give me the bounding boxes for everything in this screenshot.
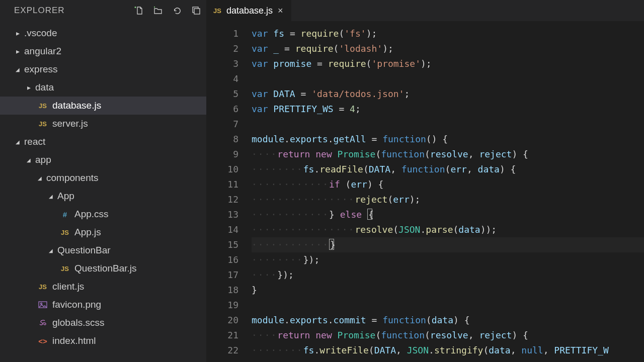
folder-react[interactable]: ◢react: [0, 133, 206, 151]
chevron-right-icon: ▸: [14, 47, 21, 55]
file-label: globals.scss: [52, 317, 105, 328]
explorer-title: EXPLORER: [14, 6, 134, 16]
folder-label: data: [35, 82, 54, 93]
file-App.js[interactable]: JSApp.js: [0, 223, 206, 241]
folder-QuestionBar[interactable]: ◢QuestionBar: [0, 241, 206, 259]
file-label: database.js: [52, 100, 101, 111]
image-icon: [36, 301, 49, 308]
folder-app[interactable]: ◢app: [0, 151, 206, 169]
explorer-sidebar: EXPLORER: [0, 0, 206, 362]
file-label: favicon.png: [52, 299, 101, 310]
file-index.html[interactable]: <>index.html: [0, 332, 206, 350]
folder-label: .vscode: [24, 28, 57, 39]
tab-bar: JS database.js ×: [206, 0, 644, 21]
explorer-header: EXPLORER: [0, 0, 206, 21]
folder-label: react: [24, 136, 45, 147]
file-client.js[interactable]: JSclient.js: [0, 278, 206, 296]
js-icon: JS: [36, 283, 49, 291]
svg-point-3: [41, 303, 42, 305]
chevron-down-icon: ◢: [14, 67, 21, 72]
folder-label: angular2: [24, 46, 61, 57]
chevron-down-icon: ◢: [14, 139, 21, 145]
refresh-icon[interactable]: [172, 6, 182, 16]
folder-data[interactable]: ▸data: [0, 78, 206, 97]
chevron-right-icon: ▸: [14, 29, 21, 37]
chevron-down-icon: ◢: [47, 248, 54, 253]
folder-label: components: [46, 172, 99, 184]
file-tree: ▸.vscode▸angular2◢express▸dataJSdatabase…: [0, 21, 206, 350]
new-folder-icon[interactable]: [153, 6, 163, 16]
file-label: client.js: [52, 281, 84, 292]
js-icon: JS: [36, 102, 49, 110]
code-content[interactable]: var fs = require('fs');var _ = require('…: [252, 26, 644, 362]
folder-.vscode[interactable]: ▸.vscode: [0, 24, 206, 42]
js-icon: JS: [36, 120, 49, 128]
file-label: QuestionBar.js: [74, 263, 137, 274]
explorer-actions: [134, 6, 201, 16]
new-file-icon[interactable]: [134, 6, 144, 16]
folder-App[interactable]: ◢App: [0, 187, 206, 205]
file-database.js[interactable]: JSdatabase.js: [0, 97, 206, 115]
js-icon: JS: [58, 265, 71, 273]
folder-label: app: [35, 154, 51, 165]
file-globals.scss[interactable]: globals.scss: [0, 314, 206, 332]
folder-components[interactable]: ◢components: [0, 169, 206, 187]
svg-rect-1: [194, 9, 200, 14]
folder-label: QuestionBar: [57, 245, 111, 256]
file-label: App.css: [74, 209, 109, 220]
chevron-down-icon: ◢: [25, 157, 32, 163]
file-server.js[interactable]: JSserver.js: [0, 115, 206, 133]
scss-icon: [36, 318, 49, 327]
editor: JS database.js × 12345678910111213141516…: [206, 0, 644, 362]
folder-label: App: [57, 191, 74, 202]
close-icon[interactable]: ×: [278, 6, 283, 16]
folder-express[interactable]: ◢express: [0, 60, 206, 78]
hash-icon: #: [58, 210, 71, 219]
html-icon: <>: [36, 337, 49, 345]
folder-angular2[interactable]: ▸angular2: [0, 42, 206, 60]
collapse-all-icon[interactable]: [191, 6, 201, 16]
tab-label: database.js: [226, 6, 273, 16]
line-number-gutter: 12345678910111213141516171819202122: [206, 26, 252, 362]
chevron-right-icon: ▸: [25, 83, 32, 92]
js-icon: JS: [213, 7, 221, 15]
tab-database-js[interactable]: JS database.js ×: [206, 0, 291, 21]
chevron-down-icon: ◢: [47, 194, 54, 199]
file-favicon.png[interactable]: favicon.png: [0, 296, 206, 314]
folder-label: express: [24, 64, 58, 75]
js-icon: JS: [58, 229, 71, 236]
file-App.css[interactable]: #App.css: [0, 205, 206, 223]
file-label: App.js: [74, 227, 101, 238]
file-label: index.html: [52, 335, 96, 346]
chevron-down-icon: ◢: [36, 175, 43, 181]
file-label: server.js: [52, 118, 88, 129]
code-area[interactable]: 12345678910111213141516171819202122 var …: [206, 21, 644, 362]
file-QuestionBar.js[interactable]: JSQuestionBar.js: [0, 259, 206, 278]
